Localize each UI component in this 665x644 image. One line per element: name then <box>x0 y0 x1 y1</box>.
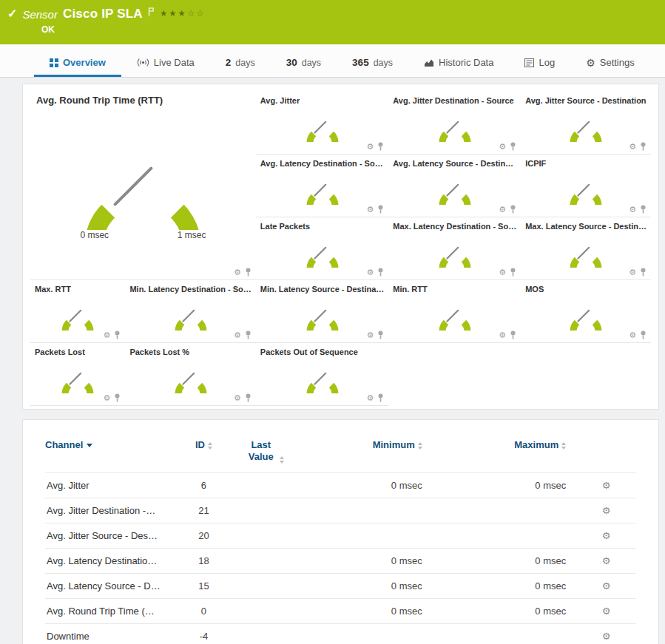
column-header-last-value[interactable]: Last Value <box>233 439 296 472</box>
channel-maximum <box>433 623 577 644</box>
gauge-settings-icon[interactable]: ⚙ <box>499 268 506 277</box>
gauge-pin-icon[interactable] <box>245 331 252 339</box>
column-header-minimum[interactable]: Minimum <box>296 439 433 472</box>
priority-stars[interactable]: ★★★☆☆ <box>160 8 205 18</box>
channel-settings-icon[interactable]: ⚙ <box>602 530 611 541</box>
gauge-title: Max. Latency Destination - So… <box>393 222 516 231</box>
gauge-pin-icon[interactable] <box>377 142 384 151</box>
gauge-settings-icon[interactable]: ⚙ <box>366 394 374 402</box>
channel-name[interactable]: Avg. Latency Destinatio… <box>45 548 175 573</box>
column-label: ID <box>195 439 205 450</box>
channel-settings-icon[interactable]: ⚙ <box>602 580 611 592</box>
gauges-grid: Avg. Round Trip Time (RTT) 0 msec 1 msec… <box>30 92 651 406</box>
gauge-settings-icon[interactable]: ⚙ <box>499 143 506 151</box>
sensor-header: ✓ Sensor Cisco IP SLA ★★★☆☆ OK <box>0 0 665 44</box>
channel-name[interactable]: Avg. Jitter <box>45 472 175 498</box>
gauge-pin-icon[interactable] <box>510 268 516 277</box>
gauge-pin-icon[interactable] <box>510 205 516 214</box>
gauge-title: Late Packets <box>260 222 384 231</box>
gauge-settings-icon[interactable]: ⚙ <box>366 206 374 214</box>
channel-name[interactable]: Avg. Round Trip Time (… <box>45 598 175 623</box>
gauge-settings-icon[interactable]: ⚙ <box>104 331 111 339</box>
gauge-pin-icon[interactable] <box>640 331 647 339</box>
gauge-pin-icon[interactable] <box>377 331 384 339</box>
gauge-pin-icon[interactable] <box>377 268 384 277</box>
tab-365-days[interactable]: 365 days <box>337 50 408 77</box>
gauge-pin-icon[interactable] <box>510 331 516 339</box>
gauge-pin-icon[interactable] <box>640 205 647 214</box>
gauge-cell: Max. Latency Destination - So… ⚙ <box>388 217 521 280</box>
gauge-pin-icon[interactable] <box>114 393 121 402</box>
gauge-settings-icon[interactable]: ⚙ <box>366 143 374 151</box>
column-header-maximum[interactable]: Maximum <box>433 439 577 472</box>
gauge-pin-icon[interactable] <box>377 205 384 214</box>
tab-live-data[interactable]: Live Data <box>121 50 210 77</box>
gauge-settings-icon[interactable]: ⚙ <box>234 394 241 402</box>
tab-overview[interactable]: Overview <box>34 50 121 77</box>
gauge-pin-icon[interactable] <box>640 142 647 151</box>
gauge <box>563 232 609 268</box>
channel-settings-icon[interactable]: ⚙ <box>602 480 611 491</box>
gauge-settings-icon[interactable]: ⚙ <box>499 206 506 214</box>
gauge-title: Packets Lost <box>35 348 121 356</box>
gauge-pin-icon[interactable] <box>245 393 252 402</box>
tab-30-days[interactable]: 30 days <box>271 50 337 77</box>
gauge-settings-icon[interactable]: ⚙ <box>366 331 374 339</box>
table-row: Avg. Latency Destinatio… 18 0 msec 0 mse… <box>45 548 636 573</box>
gauge-title: Avg. Jitter Destination - Source <box>393 96 516 105</box>
gauge-settings-icon[interactable]: ⚙ <box>104 394 111 402</box>
gauge-pin-icon[interactable] <box>245 268 252 277</box>
gauge-title: Max. RTT <box>35 285 121 294</box>
gauge-settings-icon[interactable]: ⚙ <box>629 143 636 151</box>
tab-log[interactable]: Log <box>509 50 570 77</box>
channel-settings-icon[interactable]: ⚙ <box>602 606 611 617</box>
flag-icon[interactable] <box>148 7 155 16</box>
column-label: Minimum <box>373 439 415 450</box>
channel-settings-icon[interactable]: ⚙ <box>602 555 611 566</box>
historic-data-icon <box>424 58 434 67</box>
gauge-settings-icon[interactable]: ⚙ <box>629 268 636 277</box>
channel-id: 0 <box>175 598 234 623</box>
column-header-channel[interactable]: Channel <box>45 439 175 472</box>
gauge-cell: Avg. Latency Source - Destin… ⚙ <box>388 155 521 217</box>
channel-name[interactable]: Downtime <box>45 623 175 644</box>
gauge-settings-icon[interactable]: ⚙ <box>234 331 241 339</box>
gauge-settings-icon[interactable]: ⚙ <box>234 268 241 277</box>
gauge-pin-icon[interactable] <box>114 331 121 339</box>
channel-name[interactable]: Avg. Jitter Source - Des… <box>45 523 175 548</box>
table-row: Avg. Jitter Source - Des… 20 ⚙ <box>45 523 636 548</box>
gauge-cell: MOS ⚙ <box>521 280 651 343</box>
gauge-settings-icon[interactable]: ⚙ <box>629 206 636 214</box>
column-header-id[interactable]: ID <box>175 439 234 472</box>
gauge-pin-icon[interactable] <box>640 268 647 277</box>
gauge-pin-icon[interactable] <box>377 393 384 402</box>
gauge-title: Min. Latency Destination - So… <box>129 285 251 294</box>
tab-label: Live Data <box>154 57 195 68</box>
gauge <box>55 358 101 393</box>
tab-settings[interactable]: ⚙ Settings <box>570 50 650 77</box>
gauge-cell: Packets Lost % ⚙ <box>125 343 255 406</box>
sensor-kind-label: Sensor <box>22 8 58 21</box>
channel-table: Channel ID Last Value Minimum Maximum <box>45 439 636 644</box>
channel-settings-icon[interactable]: ⚙ <box>602 631 611 642</box>
sort-arrows-icon <box>418 442 422 450</box>
gauge-settings-icon[interactable]: ⚙ <box>629 331 636 339</box>
gauge-settings-icon[interactable]: ⚙ <box>499 331 506 339</box>
live-data-icon <box>137 58 149 67</box>
channel-name[interactable]: Avg. Latency Source - D… <box>45 573 175 598</box>
log-icon <box>524 58 534 67</box>
channel-last-value <box>233 548 296 573</box>
channel-last-value <box>233 623 296 644</box>
settings-gear-icon: ⚙ <box>586 58 595 68</box>
tab-historic-data[interactable]: Historic Data <box>408 50 509 77</box>
gauge-settings-icon[interactable]: ⚙ <box>366 268 374 277</box>
table-row: Avg. Round Trip Time (… 0 0 msec 0 msec … <box>45 598 636 623</box>
gauge-pin-icon[interactable] <box>510 142 516 151</box>
gauge-min-label: 0 msec <box>80 230 109 240</box>
channel-name[interactable]: Avg. Jitter Destination -… <box>45 498 175 523</box>
channel-settings-icon[interactable]: ⚙ <box>602 505 611 516</box>
channel-maximum: 0 msec <box>433 598 577 623</box>
tab-2-days[interactable]: 2 days <box>210 50 271 77</box>
gauge-cell: Packets Lost ⚙ <box>30 343 125 406</box>
channel-id: 20 <box>175 523 234 548</box>
